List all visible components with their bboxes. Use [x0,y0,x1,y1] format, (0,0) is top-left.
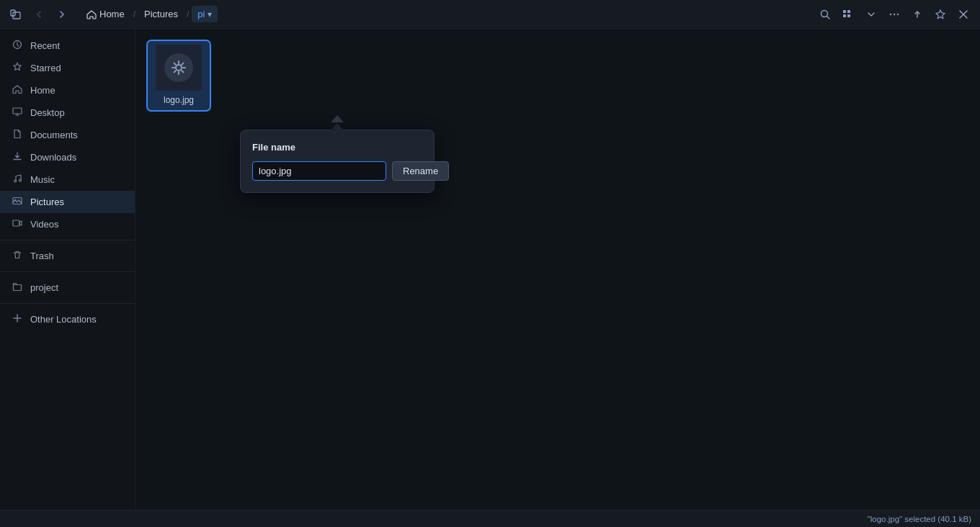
starred-icon [12,62,23,74]
svg-rect-19 [13,220,19,226]
rename-button[interactable]: Rename [392,161,449,181]
sidebar-label-music: Music [30,174,55,185]
sidebar-item-desktop[interactable]: Desktop [0,102,135,124]
rename-input[interactable] [252,161,386,181]
sidebar-label-project: project [30,282,58,293]
back-btn[interactable] [29,4,49,24]
other-locations-icon [12,313,23,325]
statusbar: "logo.jpg" selected (40.1 kB) [0,510,980,527]
rename-dialog-arrow [331,123,344,130]
file-grid: logo.jpg [135,29,980,122]
files-icon-btn[interactable] [6,4,26,24]
home-icon [86,9,97,19]
file-name-label: logo.jpg [164,95,194,107]
sidebar-label-trash: Trash [30,251,54,261]
desktop-icon [12,107,23,119]
rename-dialog-title: File name [252,142,422,153]
forward-icon [57,9,67,19]
statusbar-text: "logo.jpg" selected (40.1 kB) [868,515,971,523]
svg-rect-5 [847,10,850,13]
trash-icon [12,250,23,262]
sidebar-divider-3 [0,303,135,304]
svg-rect-7 [847,14,850,17]
sidebar-item-recent[interactable]: Recent [0,35,135,57]
sidebar-label-recent: Recent [30,40,60,51]
view-toggle-icon [842,9,854,20]
sidebar-item-documents[interactable]: Documents [0,124,135,146]
star-icon [935,9,946,20]
breadcrumb-sep1: / [133,9,135,19]
downloads-icon [12,151,23,163]
sidebar-label-starred: Starred [30,63,61,73]
sidebar-label-downloads: Downloads [30,152,76,163]
sidebar-item-pictures[interactable]: Pictures [0,191,135,213]
documents-icon [12,129,23,141]
sidebar-label-videos: Videos [30,219,59,230]
sidebar-item-downloads[interactable]: Downloads [0,146,135,168]
sidebar-divider-1 [0,240,135,240]
rename-dialog: File name Rename [240,130,435,193]
forward-btn[interactable] [52,4,72,24]
sidebar-item-other-locations[interactable]: Other Locations [0,308,135,330]
breadcrumb-home[interactable]: Home [81,6,130,22]
chevron-down-icon [867,10,876,19]
menu-btn[interactable] [883,4,905,25]
sidebar-item-music[interactable]: Music [0,168,135,191]
star-btn[interactable] [930,4,951,25]
file-item-logo[interactable]: logo.jpg [147,40,210,111]
sidebar-divider-2 [0,271,135,272]
svg-point-8 [890,13,891,14]
svg-rect-6 [843,14,846,17]
project-icon [12,281,23,294]
sidebar-label-documents: Documents [30,130,78,140]
file-thumbnail [156,45,202,91]
svg-point-15 [14,180,17,182]
svg-point-16 [19,179,22,181]
close-btn[interactable] [953,4,974,25]
files-icon [10,9,22,20]
breadcrumb-current[interactable]: pi ▾ [192,6,218,22]
breadcrumb: Home / Pictures / pi ▾ [81,6,811,22]
header-actions [814,4,974,25]
sort-direction-icon [912,9,923,20]
home-sidebar-icon [12,84,23,96]
view-toggle-btn[interactable] [837,4,859,25]
sidebar-item-trash[interactable]: Trash [0,245,135,267]
rename-dialog-row: Rename [252,161,422,181]
close-icon [958,9,968,19]
recent-icon [12,40,23,52]
breadcrumb-current-label: pi [197,9,205,19]
sort-direction-btn[interactable] [906,4,928,25]
view-dropdown-btn[interactable] [860,4,882,25]
header: Home / Pictures / pi ▾ [0,0,980,29]
sidebar-item-home[interactable]: Home [0,79,135,102]
breadcrumb-home-label: Home [99,9,125,19]
sidebar-label-desktop: Desktop [30,107,65,118]
sidebar-label-pictures: Pictures [30,197,64,207]
svg-point-9 [894,13,895,14]
videos-icon [12,218,23,230]
sidebar-label-home: Home [30,85,55,96]
sidebar-item-videos[interactable]: Videos [0,213,135,235]
pictures-icon [12,196,23,208]
back-icon [34,9,44,19]
search-icon [819,9,831,20]
breadcrumb-sep2: / [187,9,189,19]
svg-point-22 [176,65,182,71]
svg-rect-14 [13,108,22,114]
breadcrumb-dropdown-btn[interactable]: ▾ [208,9,212,19]
sidebar: Recent Starred Home Desktop Documents [0,29,135,510]
main: Recent Starred Home Desktop Documents [0,29,980,510]
sidebar-item-starred[interactable]: Starred [0,57,135,79]
menu-icon [888,9,900,20]
search-btn[interactable] [814,4,836,25]
music-icon [12,174,23,186]
svg-line-3 [827,16,830,19]
svg-point-10 [897,13,899,14]
file-thumb-gear-icon [164,53,193,82]
sidebar-label-other-locations: Other Locations [30,314,97,325]
content-area[interactable]: logo.jpg File name Rename [135,29,980,510]
breadcrumb-pictures[interactable]: Pictures [138,6,184,22]
svg-rect-4 [843,10,846,13]
sidebar-item-project[interactable]: project [0,276,135,299]
